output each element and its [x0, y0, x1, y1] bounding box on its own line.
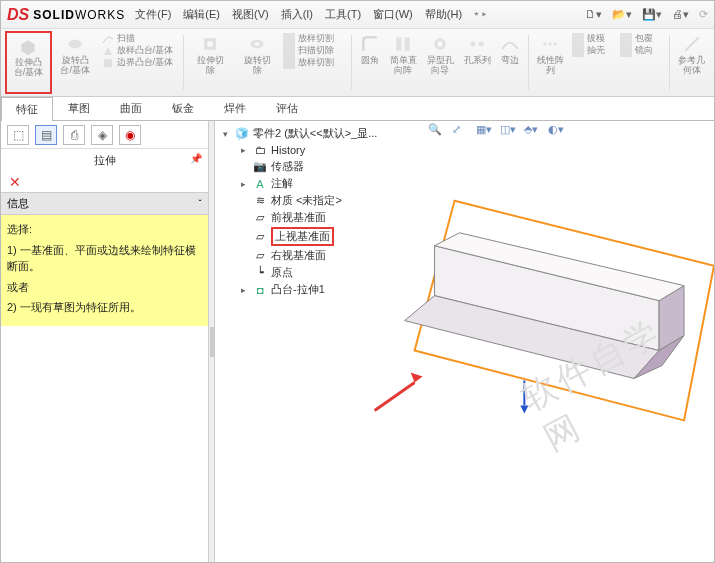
svg-point-17 [554, 42, 557, 45]
loft-button[interactable]: 放样凸台/基体 [102, 45, 174, 57]
pm-title: 拉伸 📌 [1, 149, 208, 172]
rib-button[interactable]: 简单直向阵 [385, 31, 422, 94]
pm-tab-row: ⬚ ▤ ⎙ ◈ ◉ [1, 121, 208, 149]
graphics-viewport[interactable]: 🔍 ⤢ ▦▾ ◫▾ ⬘▾ ◐▾ ▾🧊零件2 (默认<<默认>_显... ▸🗀Hi… [215, 121, 714, 562]
boundary-button[interactable]: 边界凸台/基体 [102, 57, 174, 69]
wrap-button[interactable]: 包覆 [620, 33, 653, 45]
tab-surfaces[interactable]: 曲面 [105, 96, 157, 120]
wrap-mirror-group: 包覆 镜向 [617, 31, 666, 94]
svg-rect-21 [620, 45, 632, 57]
svg-rect-3 [208, 42, 213, 47]
hole-series-button[interactable]: 孔系列 [459, 31, 496, 94]
loft-cut-button[interactable]: 放样切割 [283, 33, 334, 45]
svg-rect-18 [572, 33, 584, 45]
extrude-boss-button[interactable]: 拉伸凸台/基体 [5, 31, 52, 94]
ref-geometry-button[interactable]: 参考几何体 [673, 31, 710, 94]
svg-rect-20 [620, 33, 632, 45]
mirror-button[interactable]: 镜向 [620, 45, 653, 57]
tab-evaluate[interactable]: 评估 [261, 96, 313, 120]
info-line-1: 1) 一基准面、平面或边线来绘制特征横断面。 [7, 242, 202, 275]
cut-extrude-button[interactable]: 拉伸切除 [187, 31, 234, 94]
property-manager: ⬚ ▤ ⎙ ◈ ◉ 拉伸 📌 ✕ 信息ˇ 选择: 1) 一基准面、平面或边线来绘… [1, 121, 209, 562]
logo-ds: DS [7, 6, 29, 24]
menu-view[interactable]: 视图(V) [232, 7, 269, 22]
content-area: ⬚ ▤ ⎙ ◈ ◉ 拉伸 📌 ✕ 信息ˇ 选择: 1) 一基准面、平面或边线来绘… [1, 121, 714, 562]
fillet-button[interactable]: 圆角 [355, 31, 384, 94]
curve-button[interactable]: 弯边 [496, 31, 525, 94]
cancel-button[interactable]: ✕ [1, 172, 208, 192]
svg-rect-1 [104, 59, 112, 67]
svg-rect-10 [405, 37, 410, 50]
draft-button[interactable]: 拔模 [572, 33, 605, 45]
svg-point-16 [549, 42, 552, 45]
info-body: 选择: 1) 一基准面、平面或边线来绘制特征横断面。 或者 2) 一现有草图为特… [1, 215, 208, 326]
sweep-loft-group: 扫描 放样凸台/基体 边界凸台/基体 [99, 31, 181, 94]
svg-point-15 [544, 42, 547, 45]
cut-revolve-button[interactable]: 旋转切除 [234, 31, 281, 94]
menu-insert[interactable]: 插入(I) [281, 7, 313, 22]
svg-point-5 [255, 42, 260, 45]
save-icon[interactable]: 💾▾ [642, 8, 662, 21]
menu-edit[interactable]: 编辑(E) [183, 7, 220, 22]
info-header[interactable]: 信息ˇ [1, 192, 208, 215]
revolve-boss-button[interactable]: 旋转凸台/基体 [52, 31, 99, 94]
svg-point-0 [68, 40, 81, 48]
menu-help[interactable]: 帮助(H) [425, 7, 462, 22]
logo-text: SOLIDWORKS [33, 8, 125, 22]
svg-rect-6 [283, 33, 295, 45]
open-icon[interactable]: 📂▾ [612, 8, 632, 21]
pm-tab-appearance-icon[interactable]: ◉ [119, 125, 141, 145]
info-line-2: 2) 一现有草图为特征所用。 [7, 299, 202, 316]
model-canvas [215, 121, 714, 560]
print-icon[interactable]: 🖨▾ [672, 8, 689, 21]
quick-access-toolbar: 🗋▾ 📂▾ 💾▾ 🖨▾ ⟳ [585, 8, 708, 21]
linear-pattern-button[interactable]: 线性阵列 [532, 31, 569, 94]
svg-line-22 [685, 37, 698, 50]
svg-rect-19 [572, 45, 584, 57]
tab-weldments[interactable]: 焊件 [209, 96, 261, 120]
feature-tabs: 特征 草图 曲面 钣金 焊件 评估 [1, 97, 714, 121]
title-bar: DS SOLIDWORKS 文件(F) 编辑(E) 视图(V) 插入(I) 工具… [1, 1, 714, 29]
menu-tools[interactable]: 工具(T) [325, 7, 361, 22]
shell-button[interactable]: 抽壳 [572, 45, 605, 57]
command-ribbon: 拉伸凸台/基体 旋转凸台/基体 扫描 放样凸台/基体 边界凸台/基体 拉伸切除 … [1, 29, 714, 97]
menu-bar: 文件(F) 编辑(E) 视图(V) 插入(I) 工具(T) 窗口(W) 帮助(H… [135, 7, 486, 22]
tab-sketch[interactable]: 草图 [53, 96, 105, 120]
svg-point-12 [438, 42, 443, 47]
menu-window[interactable]: 窗口(W) [373, 7, 413, 22]
sweep-button[interactable]: 扫描 [102, 33, 135, 45]
pm-tab-config-icon[interactable]: ⎙ [63, 125, 85, 145]
svg-marker-32 [411, 372, 423, 382]
tab-features[interactable]: 特征 [1, 97, 53, 121]
new-icon[interactable]: 🗋▾ [585, 8, 602, 21]
svg-line-31 [375, 382, 415, 410]
info-or: 或者 [7, 279, 202, 296]
boundary-cut-button[interactable]: 放样切割 [283, 57, 334, 69]
draft-shell-group: 拔模 抽壳 [569, 31, 618, 94]
menu-expand-icon[interactable]: ⭑ ▸ [474, 7, 486, 22]
svg-rect-9 [396, 37, 401, 50]
svg-rect-7 [283, 45, 295, 57]
svg-rect-8 [283, 57, 295, 69]
pin-icon[interactable]: 📌 [190, 153, 202, 164]
sweep-cut-button[interactable]: 扫描切除 [283, 45, 334, 57]
select-label: 选择: [7, 221, 202, 238]
hole-wizard-button[interactable]: 异型孔向导 [422, 31, 459, 94]
collapse-icon[interactable]: ˇ [198, 198, 202, 210]
pm-tab-property-icon[interactable]: ▤ [35, 125, 57, 145]
svg-point-13 [470, 42, 475, 47]
svg-marker-30 [520, 405, 528, 413]
tab-sheetmetal[interactable]: 钣金 [157, 96, 209, 120]
rebuild-icon[interactable]: ⟳ [699, 8, 708, 21]
menu-file[interactable]: 文件(F) [135, 7, 171, 22]
pm-tab-dim-icon[interactable]: ◈ [91, 125, 113, 145]
pm-tab-feature-tree-icon[interactable]: ⬚ [7, 125, 29, 145]
cut-group: 放样切割 扫描切除 放样切割 [280, 31, 348, 94]
svg-point-14 [479, 42, 484, 47]
